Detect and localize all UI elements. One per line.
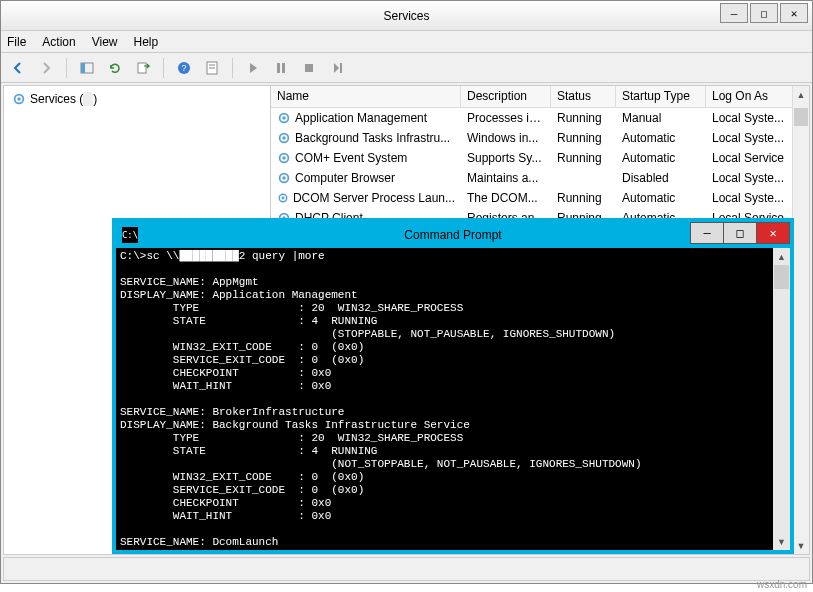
service-description: Processes in... (461, 110, 551, 126)
scroll-down-icon[interactable]: ▼ (773, 533, 790, 550)
show-hide-tree-button[interactable] (76, 57, 98, 79)
scrollbar-thumb[interactable] (794, 108, 808, 126)
cmd-icon: C:\ (122, 227, 138, 243)
cmd-output[interactable]: C:\>sc \\█████████2 query |more SERVICE_… (116, 248, 773, 550)
gear-icon (12, 92, 26, 106)
cmd-close-button[interactable]: ✕ (756, 222, 790, 244)
start-service-button[interactable] (242, 57, 264, 79)
table-row[interactable]: Background Tasks Infrastru...Windows in.… (271, 128, 809, 148)
table-row[interactable]: COM+ Event SystemSupports Sy...RunningAu… (271, 148, 809, 168)
svg-point-15 (282, 116, 286, 120)
vertical-scrollbar[interactable]: ▲ ▼ (792, 86, 809, 554)
svg-text:?: ? (181, 63, 186, 73)
window-title: Services (383, 9, 429, 23)
menu-help[interactable]: Help (134, 35, 159, 49)
col-header-name[interactable]: Name (271, 86, 461, 107)
gear-icon (277, 151, 291, 165)
watermark: wsxdn.com (757, 579, 807, 590)
gear-icon (277, 111, 291, 125)
statusbar (3, 557, 810, 581)
svg-point-21 (282, 176, 286, 180)
col-header-description[interactable]: Description (461, 86, 551, 107)
maximize-button[interactable]: □ (750, 3, 778, 23)
svg-point-17 (282, 136, 286, 140)
svg-rect-2 (138, 63, 146, 73)
service-logon: Local Syste... (706, 190, 796, 206)
titlebar[interactable]: Services — □ ✕ (1, 1, 812, 31)
back-button[interactable] (7, 57, 29, 79)
minimize-button[interactable]: — (720, 3, 748, 23)
menu-view[interactable]: View (92, 35, 118, 49)
col-header-startup[interactable]: Startup Type (616, 86, 706, 107)
service-name: Computer Browser (295, 171, 395, 185)
refresh-button[interactable] (104, 57, 126, 79)
service-name: Application Management (295, 111, 427, 125)
svg-point-23 (281, 197, 284, 200)
export-button[interactable] (132, 57, 154, 79)
svg-rect-10 (305, 64, 313, 72)
service-description: Windows in... (461, 130, 551, 146)
pause-service-button[interactable] (270, 57, 292, 79)
service-name: COM+ Event System (295, 151, 407, 165)
service-startup: Automatic (616, 150, 706, 166)
service-description: Maintains a... (461, 170, 551, 186)
service-logon: Local Syste... (706, 130, 796, 146)
service-startup: Automatic (616, 190, 706, 206)
svg-rect-1 (81, 63, 85, 73)
forward-button[interactable] (35, 57, 57, 79)
gear-icon (277, 191, 289, 205)
service-name: DCOM Server Process Laun... (293, 191, 455, 205)
table-row[interactable]: DCOM Server Process Laun...The DCOM...Ru… (271, 188, 809, 208)
service-status (551, 177, 616, 179)
tree-root-label: Services ( 2) (30, 92, 97, 106)
cmd-scrollbar[interactable]: ▲ ▼ (773, 248, 790, 550)
svg-rect-9 (282, 63, 285, 73)
menu-action[interactable]: Action (42, 35, 75, 49)
service-logon: Local Service (706, 150, 796, 166)
svg-rect-8 (277, 63, 280, 73)
table-row[interactable]: Computer BrowserMaintains a...DisabledLo… (271, 168, 809, 188)
service-startup: Disabled (616, 170, 706, 186)
menubar: File Action View Help (1, 31, 812, 53)
close-button[interactable]: ✕ (780, 3, 808, 23)
restart-service-button[interactable] (326, 57, 348, 79)
svg-rect-11 (340, 63, 342, 73)
col-header-logon[interactable]: Log On As (706, 86, 796, 107)
cmd-title: Command Prompt (404, 228, 501, 242)
menu-file[interactable]: File (7, 35, 26, 49)
scrollbar-thumb[interactable] (774, 265, 789, 289)
stop-service-button[interactable] (298, 57, 320, 79)
cmd-titlebar[interactable]: C:\ Command Prompt — □ ✕ (116, 222, 790, 248)
toolbar: ? (1, 53, 812, 83)
service-logon: Local Syste... (706, 170, 796, 186)
scroll-up-icon[interactable]: ▲ (773, 248, 790, 265)
table-row[interactable]: Application ManagementProcesses in...Run… (271, 108, 809, 128)
scroll-down-icon[interactable]: ▼ (793, 537, 809, 554)
service-startup: Automatic (616, 130, 706, 146)
service-status: Running (551, 110, 616, 126)
service-logon: Local Syste... (706, 110, 796, 126)
col-header-status[interactable]: Status (551, 86, 616, 107)
grid-header: Name Description Status Startup Type Log… (271, 86, 809, 108)
service-startup: Manual (616, 110, 706, 126)
properties-button[interactable] (201, 57, 223, 79)
gear-icon (277, 131, 291, 145)
svg-point-13 (17, 97, 21, 101)
service-status: Running (551, 150, 616, 166)
scroll-up-icon[interactable]: ▲ (793, 86, 809, 103)
gear-icon (277, 171, 291, 185)
service-status: Running (551, 190, 616, 206)
svg-point-19 (282, 156, 286, 160)
help-button[interactable]: ? (173, 57, 195, 79)
service-description: The DCOM... (461, 190, 551, 206)
cmd-maximize-button[interactable]: □ (723, 222, 757, 244)
service-name: Background Tasks Infrastru... (295, 131, 450, 145)
tree-root-node[interactable]: Services ( 2) (10, 90, 264, 108)
service-status: Running (551, 130, 616, 146)
cmd-minimize-button[interactable]: — (690, 222, 724, 244)
service-description: Supports Sy... (461, 150, 551, 166)
command-prompt-window[interactable]: C:\ Command Prompt — □ ✕ C:\>sc \\██████… (112, 218, 794, 554)
